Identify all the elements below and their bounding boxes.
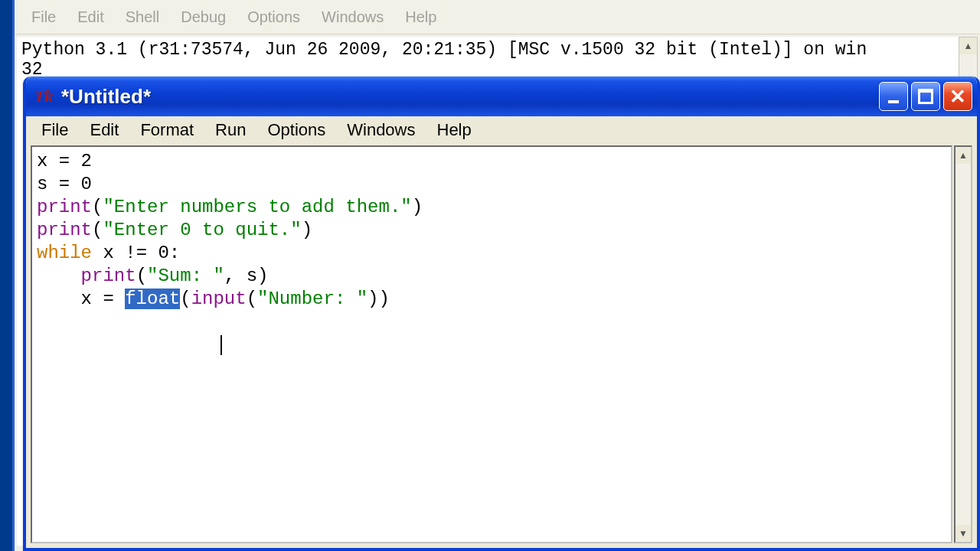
- builtin-input: input: [191, 289, 247, 309]
- paren: (: [247, 289, 257, 309]
- editor-titlebar[interactable]: Tk *Untitled* ✕: [26, 77, 977, 116]
- tk-icon: Tk: [34, 86, 54, 106]
- editor-menubar: File Edit Format Run Options Windows Hel…: [26, 116, 977, 144]
- indent: [37, 266, 81, 286]
- editor-menu-help[interactable]: Help: [426, 119, 482, 142]
- editor-menu-options[interactable]: Options: [256, 119, 336, 142]
- paren: ): [412, 197, 423, 217]
- code-line-2: s = 0: [37, 174, 92, 194]
- maximize-button[interactable]: [911, 82, 940, 111]
- builtin-print: print: [37, 197, 92, 217]
- shell-menubar: File Edit Shell Debug Options Windows He…: [15, 0, 980, 34]
- shell-menu-edit[interactable]: Edit: [67, 5, 114, 29]
- editor-menu-file[interactable]: File: [31, 119, 79, 142]
- paren: (: [92, 220, 103, 240]
- editor-scrollbar[interactable]: ▲ ▼: [954, 145, 972, 543]
- code-text: x != 0:: [92, 243, 180, 263]
- scroll-down-icon[interactable]: ▼: [956, 525, 971, 542]
- code-line-1: x = 2: [37, 151, 92, 171]
- desktop-background: [0, 0, 12, 551]
- window-title: *Untitled*: [61, 85, 879, 109]
- editor-menu-format[interactable]: Format: [129, 119, 204, 142]
- keyword-while: while: [37, 243, 92, 263]
- string-literal: "Number: ": [257, 289, 368, 309]
- paren: ): [302, 220, 312, 240]
- string-literal: "Sum: ": [147, 266, 224, 286]
- code-editor[interactable]: x = 2 s = 0 print("Enter numbers to add …: [31, 145, 952, 543]
- shell-menu-file[interactable]: File: [21, 5, 67, 29]
- paren: (: [180, 289, 191, 309]
- shell-menu-shell[interactable]: Shell: [115, 5, 170, 29]
- window-controls: ✕: [879, 82, 972, 111]
- scroll-up-icon[interactable]: ▲: [959, 37, 977, 54]
- shell-menu-help[interactable]: Help: [394, 5, 447, 29]
- shell-menu-windows[interactable]: Windows: [311, 5, 394, 29]
- paren: (: [136, 266, 147, 286]
- shell-menu-debug[interactable]: Debug: [170, 5, 237, 29]
- shell-menu-options[interactable]: Options: [237, 5, 311, 29]
- minimize-button[interactable]: [879, 82, 908, 111]
- builtin-print: print: [81, 266, 136, 286]
- scroll-up-icon[interactable]: ▲: [956, 147, 971, 164]
- editor-menu-run[interactable]: Run: [204, 119, 256, 142]
- selected-text: float: [125, 289, 180, 309]
- close-button[interactable]: ✕: [943, 82, 972, 111]
- editor-menu-windows[interactable]: Windows: [336, 119, 426, 142]
- code-text: , s): [224, 266, 269, 286]
- builtin-print: print: [37, 220, 92, 240]
- string-literal: "Enter numbers to add them.": [103, 197, 411, 217]
- editor-menu-edit[interactable]: Edit: [79, 119, 129, 142]
- string-literal: "Enter 0 to quit.": [103, 220, 301, 240]
- paren: (: [92, 197, 103, 217]
- editor-window: Tk *Untitled* ✕ File Edit Format Run Opt…: [23, 77, 980, 551]
- code-text: )): [368, 289, 390, 309]
- text-cursor-icon: [220, 335, 222, 355]
- indent: x =: [37, 289, 125, 309]
